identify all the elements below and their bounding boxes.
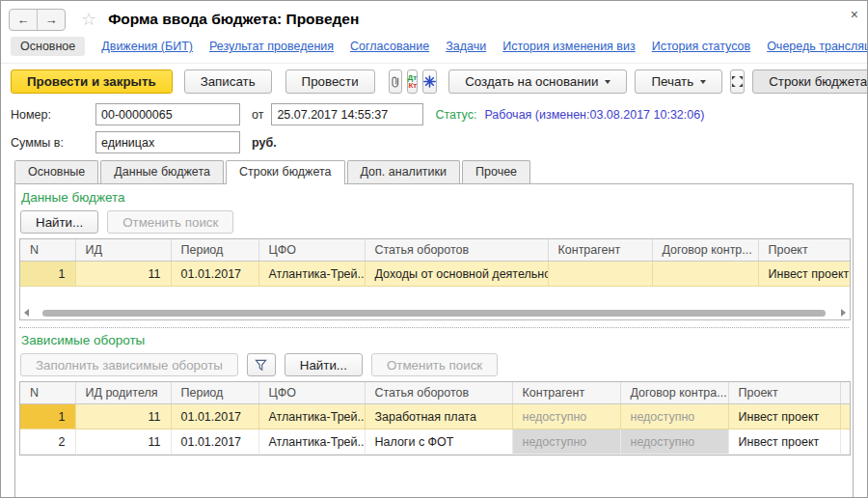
nav-link-status-history[interactable]: История статусов (652, 40, 750, 53)
scroll-left-icon[interactable] (24, 309, 29, 317)
tab-additional-analytics[interactable]: Доп. аналитики (347, 160, 461, 183)
column-header[interactable]: Договор контр... (652, 239, 758, 262)
close-icon[interactable]: × (851, 8, 858, 21)
column-header[interactable]: Контрагент (548, 239, 652, 262)
sums-in-label: Суммы в: (11, 136, 95, 150)
create-based-on-button[interactable]: Создать на основании (448, 69, 627, 94)
cell-n[interactable]: 2 (20, 429, 75, 455)
cell-turnover-item[interactable]: Доходы от основной деятельности (365, 262, 548, 287)
cell-n[interactable]: 1 (20, 404, 75, 429)
budget-entry-form-window: ← → ☆ Форма ввода бюджета: Проведен × Ос… (0, 0, 868, 498)
cell-cfo[interactable]: Атлантика-Трей... (258, 262, 365, 287)
nav-link-tasks[interactable]: Задачи (446, 40, 486, 53)
column-header[interactable]: Статья оборотов (365, 382, 512, 404)
column-header[interactable]: Период (171, 239, 258, 262)
nav-link-translation-queue[interactable]: Очередь трансляции (767, 40, 868, 53)
tab-budget-lines[interactable]: Строки бюджета (226, 160, 345, 183)
fill-dependent-turnovers-button[interactable]: Заполнить зависимые обороты (20, 353, 238, 376)
table-row[interactable]: 1 11 01.01.2017 Атлантика-Трей... Доходы… (20, 262, 850, 287)
column-header[interactable]: ИД родителя (75, 382, 171, 404)
find-button[interactable]: Найти... (285, 353, 363, 376)
nav-links-row: Основное Движения (БИТ) Результат провед… (1, 33, 867, 64)
horizontal-scrollbar[interactable] (20, 306, 850, 319)
column-header[interactable]: Период (171, 382, 258, 404)
nav-link-posting-result[interactable]: Результат проведения (209, 40, 334, 53)
cell-cfo[interactable]: Атлантика-Трей... (258, 404, 365, 429)
cell-project[interactable]: Инвест проект (758, 262, 850, 287)
status-link[interactable]: Рабочая (изменен:03.08.2017 10:32:06) (484, 108, 704, 122)
run-lamp-button[interactable] (422, 69, 437, 94)
attachments-button[interactable] (389, 69, 402, 94)
save-button[interactable]: Записать (184, 69, 272, 94)
column-header[interactable]: N (20, 382, 75, 404)
post-button[interactable]: Провести (285, 69, 375, 94)
cell-id[interactable]: 11 (75, 262, 171, 287)
column-header[interactable]: Проект (728, 382, 840, 404)
nav-item-main[interactable]: Основное (11, 37, 85, 56)
column-header[interactable]: Но (840, 382, 851, 404)
cell-counterparty[interactable] (548, 262, 652, 287)
cell-parent-id[interactable]: 11 (75, 429, 171, 455)
cell-nomenclature[interactable]: Ко (840, 404, 851, 429)
splitter-divider[interactable] (19, 327, 849, 328)
column-header[interactable]: Договор контра... (620, 382, 728, 404)
cell-parent-id[interactable]: 11 (75, 404, 171, 429)
scrollbar-thumb[interactable] (42, 310, 826, 317)
forward-icon[interactable]: → (37, 10, 65, 30)
debit-credit-button[interactable]: ДтКт (407, 69, 419, 94)
column-header[interactable]: Контрагент (512, 382, 620, 404)
date-input[interactable] (271, 103, 423, 125)
nav-link-movements[interactable]: Движения (БИТ) (101, 40, 193, 53)
number-row: Номер: от Статус: Рабочая (изменен:03.08… (1, 100, 867, 128)
find-button[interactable]: Найти... (20, 210, 98, 234)
column-header[interactable]: Статья оборотов (365, 239, 548, 262)
nav-link-visa-history[interactable]: История изменения виз (502, 40, 636, 53)
cell-project[interactable]: Инвест проект (728, 429, 840, 455)
expand-fullscreen-icon (731, 75, 744, 88)
budget-data-section-title: Данные бюджета (21, 190, 847, 205)
number-input[interactable] (95, 103, 240, 125)
cell-nomenclature[interactable]: Ко (840, 429, 851, 455)
page-title: Форма ввода бюджета: Проведен (108, 11, 359, 28)
cell-cfo[interactable]: Атлантика-Трей... (258, 429, 365, 455)
column-header[interactable]: ИД (75, 239, 171, 262)
budget-lines-button[interactable]: Строки бюджета (752, 69, 868, 94)
post-and-close-button[interactable]: Провести и закрыть (11, 69, 173, 94)
scroll-right-icon[interactable] (841, 309, 846, 317)
tab-other[interactable]: Прочее (462, 160, 530, 183)
cell-period[interactable]: 01.01.2017 (171, 429, 258, 455)
back-icon[interactable]: ← (10, 10, 37, 30)
cell-n[interactable]: 1 (20, 262, 75, 287)
cell-period[interactable]: 01.01.2017 (171, 404, 258, 429)
cell-turnover-item[interactable]: Заработная плата (365, 404, 512, 429)
tab-main[interactable]: Основные (14, 160, 98, 183)
from-label: от (252, 108, 263, 122)
cell-turnover-item[interactable]: Налоги с ФОТ (365, 429, 512, 455)
chevron-down-icon (605, 80, 610, 84)
cell-project[interactable]: Инвест проект (728, 404, 840, 429)
column-header[interactable]: ЦФО (258, 382, 365, 404)
scrollbar-track[interactable] (33, 309, 837, 318)
nav-link-approval[interactable]: Согласование (350, 40, 429, 53)
sums-row: Суммы в: руб. (1, 128, 867, 156)
fullscreen-button[interactable] (730, 69, 745, 94)
dependent-turnovers-toolbar: Заполнить зависимые обороты Найти... Отм… (20, 353, 848, 376)
filter-settings-button[interactable] (247, 353, 276, 376)
sums-units-input[interactable] (95, 131, 240, 153)
cell-contract[interactable] (652, 262, 758, 287)
cell-period[interactable]: 01.01.2017 (171, 262, 258, 287)
column-header[interactable]: ЦФО (258, 239, 365, 262)
create-based-on-label: Создать на основании (465, 74, 598, 89)
print-button[interactable]: Печать (635, 69, 722, 94)
tab-budget-data[interactable]: Данные бюджета (100, 160, 224, 183)
column-header[interactable]: N (20, 239, 75, 262)
table-row[interactable]: 1 11 01.01.2017 Атлантика-Трей... Зарабо… (20, 404, 851, 429)
cancel-search-button[interactable]: Отменить поиск (107, 210, 233, 234)
column-header[interactable]: Проект (758, 239, 850, 262)
cancel-search-button[interactable]: Отменить поиск (371, 353, 498, 376)
cell-counterparty-unavailable: недоступно (512, 429, 620, 455)
favorites-star-icon[interactable]: ☆ (81, 11, 96, 28)
table-row[interactable]: 2 11 01.01.2017 Атлантика-Трей... Налоги… (20, 429, 851, 455)
dependent-turnovers-table: N ИД родителя Период ЦФО Статья оборотов… (19, 381, 851, 456)
toolbar: Провести и закрыть Записать Провести ДтК… (1, 64, 867, 100)
